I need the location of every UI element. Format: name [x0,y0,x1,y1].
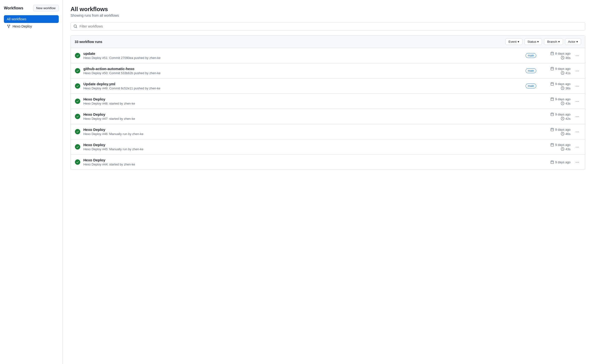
duration-value: 46s [565,132,571,136]
table-row[interactable]: Hexo Deploy Hexo Deploy #44: started by … [71,155,585,170]
sidebar-header: Workflows New workflow [4,5,59,11]
run-status-icon [75,68,80,74]
run-duration: 46s [561,56,571,60]
table-row[interactable]: update Hexo Deploy #51: Commit 27090ea p… [71,48,585,63]
sidebar-item-all-workflows[interactable]: All workflows [4,15,59,23]
table-row[interactable]: Update deploy.yml Hexo Deploy #49: Commi… [71,79,585,94]
runs-header: 33 workflow runs Event ▾ Status ▾ Branch… [71,36,585,48]
more-options-button[interactable]: ··· [574,68,580,74]
success-checkmark-icon [75,129,80,134]
run-meta: 9 days ago 42s [539,113,571,121]
more-options-button[interactable]: ··· [574,128,580,135]
run-info: Hexo Deploy Hexo Deploy #45: Manually ru… [83,143,519,151]
run-detail: Hexo Deploy #44: started by zhen-ke [83,163,519,166]
success-checkmark-icon [75,53,80,58]
clock-icon [561,132,564,136]
more-options-button[interactable]: ··· [574,83,580,89]
duration-value: 43s [565,102,571,105]
filter-input[interactable] [71,22,585,30]
time-ago-value: 9 days ago [555,97,571,101]
actor-filter-label: Actor [568,40,575,43]
more-options-button[interactable]: ··· [574,159,580,165]
more-options-button[interactable]: ··· [574,98,580,104]
time-ago-value: 8 days ago [555,52,571,55]
clock-icon [561,86,564,90]
sidebar-item-hexo-deploy[interactable]: Hexo Deploy [4,23,59,30]
table-row[interactable]: Hexo Deploy Hexo Deploy #48: started by … [71,94,585,109]
branch-filter-label: Branch [547,40,557,43]
run-name: Hexo Deploy [83,128,519,132]
run-actions: ··· [573,83,581,89]
new-workflow-button[interactable]: New workflow [33,5,59,11]
table-row[interactable]: github-action-automatic-hexo Hexo Deploy… [71,63,585,79]
run-detail: Hexo Deploy #51: Commit 27090ea pushed b… [83,56,523,60]
run-actions: ··· [573,128,581,135]
calendar-icon [550,143,554,146]
run-time-ago: 9 days ago [550,128,571,131]
run-actions: ··· [573,52,581,59]
success-checkmark-icon [75,159,80,165]
calendar-icon [550,97,554,101]
clock-icon [561,117,564,120]
page-subtitle: Showing runs from all workflows [71,14,585,17]
branch-filter-button[interactable]: Branch ▾ [544,38,563,45]
more-options-button[interactable]: ··· [574,113,580,120]
run-duration: 36s [561,86,571,90]
run-duration: 43s [561,102,571,105]
runs-count: 33 workflow runs [75,40,102,44]
calendar-icon [550,67,554,70]
more-options-button[interactable]: ··· [574,144,580,150]
status-filter-button[interactable]: Status ▾ [524,38,542,45]
table-row[interactable]: Hexo Deploy Hexo Deploy #47: started by … [71,109,585,124]
run-name: Hexo Deploy [83,112,519,116]
page-title: All workflows [71,6,585,13]
event-filter-button[interactable]: Event ▾ [505,38,522,45]
sidebar-title: Workflows [4,6,23,10]
duration-value: 41s [565,71,571,75]
workflow-branch-icon [7,24,11,28]
run-time-ago: 9 days ago [550,97,571,101]
run-meta: 9 days ago [539,160,571,164]
run-name: Update deploy.yml [83,82,523,86]
time-ago-value: 9 days ago [555,128,571,131]
time-ago-value: 9 days ago [555,113,571,116]
run-info: github-action-automatic-hexo Hexo Deploy… [83,67,523,75]
time-ago-value: 9 days ago [555,143,571,147]
duration-value: 42s [565,117,571,121]
event-filter-chevron-icon: ▾ [518,40,519,43]
run-actions: ··· [573,159,581,165]
filter-container [71,22,585,30]
sidebar: Workflows New workflow All workflows Hex… [0,0,63,364]
run-duration: 42s [561,117,571,121]
run-name: github-action-automatic-hexo [83,67,523,71]
run-meta: 9 days ago 43s [539,97,571,105]
success-checkmark-icon [75,114,80,119]
branch-badge: main [526,68,536,73]
run-name: Hexo Deploy [83,97,519,101]
table-row[interactable]: Hexo Deploy Hexo Deploy #46: Manually ru… [71,124,585,139]
success-checkmark-icon [75,68,80,73]
table-row[interactable]: Hexo Deploy Hexo Deploy #45: Manually ru… [71,139,585,155]
calendar-icon [550,113,554,116]
status-filter-chevron-icon: ▾ [537,40,539,43]
actor-filter-button[interactable]: Actor ▾ [565,38,581,45]
run-duration: 43s [561,147,571,151]
calendar-icon [550,128,554,131]
run-meta: 8 days ago 46s [539,52,571,60]
sidebar-item-all-workflows-label: All workflows [7,17,26,21]
run-actions: ··· [573,113,581,120]
run-branch: main [526,68,536,73]
run-status-icon [75,53,80,58]
status-filter-label: Status [528,40,536,43]
clock-icon [561,56,564,59]
run-time-ago: 9 days ago [550,160,571,164]
branch-badge: main [526,84,536,88]
main-content: All workflows Showing runs from all work… [63,0,593,364]
run-status-icon [75,144,80,150]
run-time-ago: 9 days ago [550,143,571,147]
run-name: Hexo Deploy [83,158,519,162]
run-time-ago: 9 days ago [550,67,571,71]
run-actions: ··· [573,144,581,150]
more-options-button[interactable]: ··· [574,52,580,59]
success-checkmark-icon [75,83,80,89]
